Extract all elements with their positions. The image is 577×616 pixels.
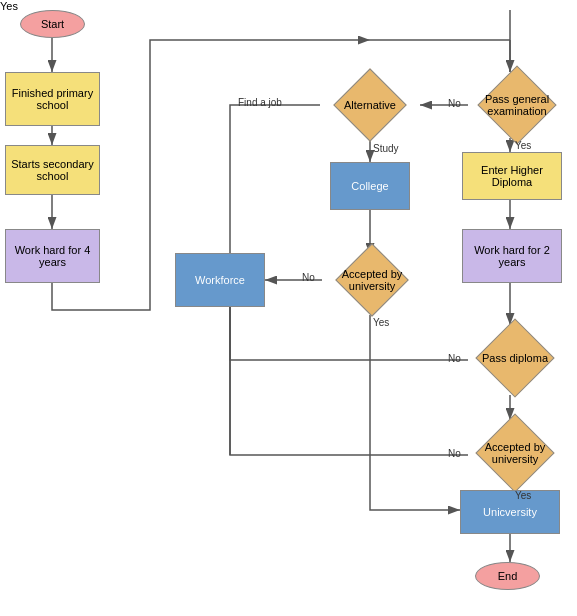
enter-higher-node: Enter Higher Diploma	[462, 152, 562, 200]
alternative-diamond: Alternative	[320, 72, 420, 138]
no3-label: No	[448, 353, 461, 364]
accepted-uni1-diamond: Accepted by university	[322, 245, 422, 315]
accepted-uni2-diamond: Accepted by university	[460, 415, 570, 490]
yes1-label: Yes	[515, 140, 531, 151]
university-node: Unicversity	[460, 490, 560, 534]
no2-label: No	[302, 272, 315, 283]
study-label: Study	[373, 143, 399, 154]
end-node: End	[475, 562, 540, 590]
finished-primary-node: Finished primary school	[5, 72, 100, 126]
starts-secondary-node: Starts secondary school	[5, 145, 100, 195]
no4-label: No	[448, 448, 461, 459]
pass-general-diamond: Pass general examination	[462, 72, 572, 138]
flowchart: Start Finished primary school Starts sec…	[0, 0, 577, 616]
yes3-label: Yes	[0, 0, 18, 12]
work-hard-2-node: Work hard for 2 years	[462, 229, 562, 283]
no1-label: No	[448, 98, 461, 109]
yes2-label: Yes	[373, 317, 389, 328]
yes4-label: Yes	[515, 490, 531, 501]
college-node: College	[330, 162, 410, 210]
pass-diploma-diamond: Pass diploma	[460, 320, 570, 395]
start-node: Start	[20, 10, 85, 38]
work-hard-4-node: Work hard for 4 years	[5, 229, 100, 283]
workforce-node: Workforce	[175, 253, 265, 307]
find-a-job-label: Find a job	[238, 97, 282, 108]
